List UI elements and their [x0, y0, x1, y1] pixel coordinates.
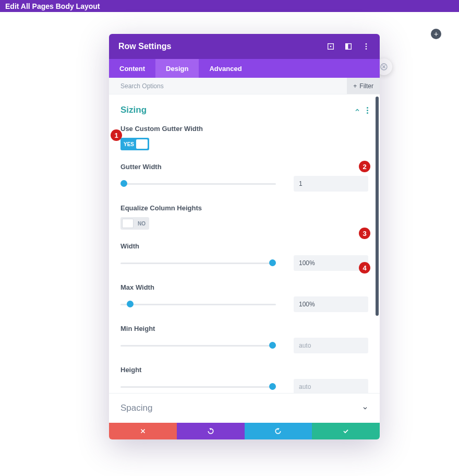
callout-4: 4	[359, 262, 370, 273]
height-label: Height	[120, 366, 368, 374]
header-icon-group	[327, 42, 370, 51]
redo-icon	[274, 427, 282, 435]
svg-point-5	[366, 43, 367, 45]
search-input[interactable]: Search Options	[120, 82, 164, 90]
chevron-up-icon	[354, 107, 360, 113]
svg-point-2	[330, 46, 332, 47]
section-sizing-header[interactable]: Sizing	[120, 105, 368, 115]
undo-icon	[207, 427, 214, 435]
undo-button[interactable]	[177, 423, 245, 439]
kebab-icon[interactable]	[367, 110, 368, 111]
modal-footer	[109, 423, 380, 439]
height-slider[interactable]	[120, 383, 276, 390]
slider-thumb[interactable]	[120, 180, 127, 187]
row-settings-modal: Row Settings Content Design Advanced Sea…	[109, 34, 380, 439]
redo-button[interactable]	[245, 423, 312, 439]
search-bar: Search Options + Filter	[109, 78, 380, 94]
plus-icon: +	[434, 30, 438, 38]
filter-button[interactable]: + Filter	[347, 78, 380, 94]
panel-body: Sizing Use Custom Gutter Width YES Gutte…	[109, 94, 380, 393]
plus-icon: +	[353, 82, 357, 90]
scrollbar[interactable]	[376, 97, 379, 316]
width-slider[interactable]	[120, 259, 276, 267]
modal-title: Row Settings	[118, 42, 171, 51]
tab-advanced[interactable]: Advanced	[199, 59, 252, 78]
toggle-yes-label: YES	[124, 141, 134, 147]
callout-3: 3	[359, 228, 370, 239]
callout-2: 2	[359, 161, 370, 172]
custom-gutter-label: Use Custom Gutter Width	[120, 125, 368, 133]
page-title: Edit All Pages Body Layout	[5, 2, 100, 10]
cancel-button[interactable]	[109, 423, 177, 439]
kebab-icon[interactable]	[362, 42, 370, 51]
chevron-down-icon	[362, 405, 368, 411]
width-value[interactable]: 100%	[294, 255, 368, 271]
page-top-bar: Edit All Pages Body Layout	[0, 0, 459, 12]
gutter-width-slider[interactable]	[120, 180, 276, 187]
height-value[interactable]: auto	[294, 379, 368, 393]
min-height-value[interactable]: auto	[294, 338, 368, 353]
svg-rect-4	[346, 44, 348, 50]
min-height-slider[interactable]	[120, 342, 276, 349]
callout-1: 1	[111, 129, 122, 141]
min-height-label: Min Height	[120, 325, 368, 332]
expand-icon[interactable]	[327, 42, 335, 51]
max-width-label: Max Width	[120, 283, 368, 291]
snap-icon[interactable]	[344, 42, 353, 51]
max-width-slider[interactable]	[120, 301, 276, 308]
svg-point-7	[366, 48, 367, 50]
equalize-label: Equalize Column Heights	[120, 204, 368, 212]
slider-thumb[interactable]	[269, 342, 276, 349]
tab-content[interactable]: Content	[109, 59, 155, 78]
gutter-width-value[interactable]: 1	[294, 176, 368, 192]
close-icon	[139, 427, 147, 435]
toggle-knob	[122, 219, 134, 228]
custom-gutter-toggle[interactable]: YES	[120, 138, 149, 150]
check-icon	[342, 427, 349, 435]
tab-design[interactable]: Design	[155, 59, 199, 78]
section-spacing-header[interactable]: Spacing	[109, 393, 380, 423]
filter-label: Filter	[359, 82, 373, 90]
add-button[interactable]: +	[431, 29, 441, 39]
equalize-toggle[interactable]: NO	[120, 217, 149, 230]
toggle-no-label: NO	[138, 221, 146, 227]
save-button[interactable]	[312, 423, 380, 439]
globe-close-icon	[380, 63, 388, 71]
gutter-width-label: Gutter Width	[120, 163, 368, 171]
modal-tabs: Content Design Advanced	[109, 59, 380, 78]
slider-thumb[interactable]	[127, 301, 134, 307]
max-width-value[interactable]: 100%	[294, 296, 368, 312]
toggle-knob	[136, 139, 148, 149]
width-label: Width	[120, 242, 368, 250]
slider-thumb[interactable]	[269, 259, 276, 266]
section-spacing-label: Spacing	[120, 403, 152, 413]
slider-thumb[interactable]	[269, 383, 276, 390]
svg-point-6	[366, 46, 367, 47]
modal-header[interactable]: Row Settings	[109, 34, 380, 59]
section-sizing-label: Sizing	[120, 105, 147, 115]
